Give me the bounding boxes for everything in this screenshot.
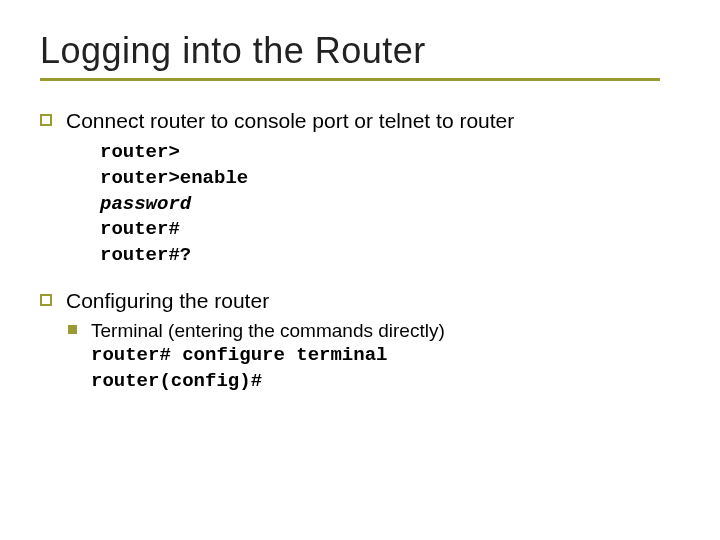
- square-bullet-icon: [40, 294, 52, 306]
- code-line: router(config)#: [91, 369, 445, 395]
- code-line: router# configure terminal: [91, 343, 445, 369]
- bullet-item: Configuring the router: [40, 287, 680, 314]
- bullet-item: Connect router to console port or telnet…: [40, 107, 680, 134]
- square-bullet-icon: [40, 114, 52, 126]
- sub-bullet-text: Terminal (entering the commands directly…: [91, 318, 445, 344]
- code-line: router>enable: [100, 166, 680, 192]
- title-underline: [40, 78, 660, 81]
- code-line: router#: [100, 217, 680, 243]
- slide-title: Logging into the Router: [40, 30, 680, 72]
- bullet-text: Configuring the router: [66, 287, 269, 314]
- code-line: router>: [100, 140, 680, 166]
- code-block: router> router>enable password router# r…: [100, 140, 680, 268]
- sub-bullet-item: Terminal (entering the commands directly…: [68, 318, 680, 395]
- code-line: password: [100, 192, 680, 218]
- slide: Logging into the Router Connect router t…: [0, 0, 720, 540]
- bullet-text: Connect router to console port or telnet…: [66, 107, 514, 134]
- code-line: router#?: [100, 243, 680, 269]
- filled-square-bullet-icon: [68, 325, 77, 334]
